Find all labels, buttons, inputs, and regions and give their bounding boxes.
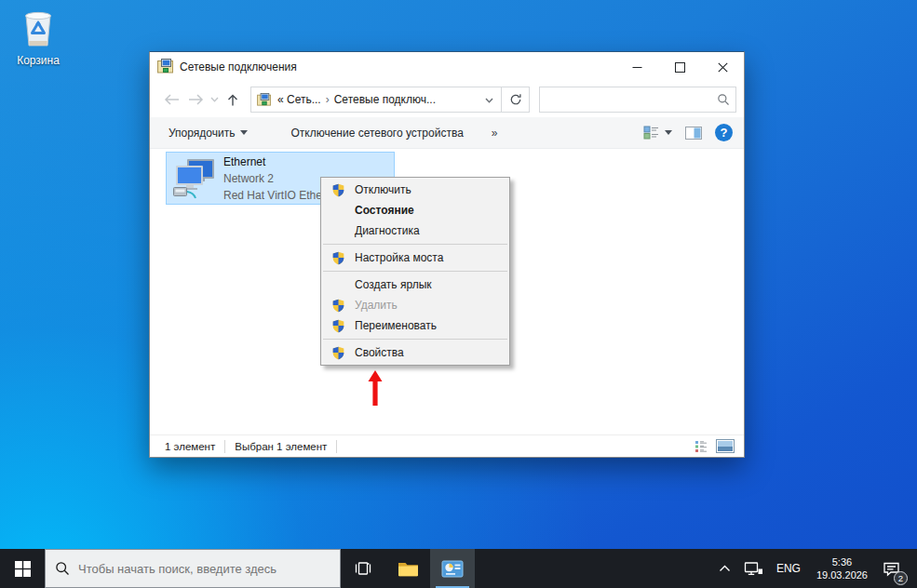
breadcrumb-current[interactable]: Сетевые подключ... bbox=[334, 93, 436, 106]
notification-badge: 2 bbox=[894, 571, 908, 585]
window-icon bbox=[157, 59, 174, 76]
start-button[interactable] bbox=[0, 549, 45, 588]
clock-time: 5:36 bbox=[816, 555, 868, 568]
menu-separator bbox=[323, 339, 507, 340]
task-view-button[interactable] bbox=[341, 549, 385, 588]
menu-icon-placeholder bbox=[327, 203, 349, 218]
tray-expand-chevron[interactable] bbox=[712, 549, 737, 588]
recycle-bin[interactable]: Корзина bbox=[7, 7, 69, 67]
menu-separator bbox=[323, 244, 507, 245]
uac-shield-icon bbox=[327, 318, 349, 333]
context-menu-item-label: Свойства bbox=[355, 346, 404, 359]
context-menu-item-label: Настройка моста bbox=[355, 251, 443, 264]
uac-shield-icon bbox=[327, 250, 349, 265]
context-menu-item-label: Создать ярлык bbox=[355, 278, 432, 291]
context-menu-item[interactable]: Отключить bbox=[321, 180, 509, 200]
network-connections-window: Сетевые подключения bbox=[149, 51, 745, 458]
menu-icon-placeholder bbox=[327, 223, 349, 238]
explorer-search-box[interactable] bbox=[539, 87, 736, 113]
refresh-button[interactable] bbox=[502, 87, 530, 113]
breadcrumb-separator: › bbox=[326, 93, 330, 106]
more-commands-label: » bbox=[492, 127, 498, 140]
taskbar-search-box[interactable] bbox=[45, 549, 341, 588]
search-icon bbox=[717, 93, 730, 106]
up-button[interactable] bbox=[221, 87, 245, 112]
view-options-button[interactable] bbox=[643, 126, 672, 140]
context-menu-item[interactable]: Состояние bbox=[321, 200, 509, 220]
recent-locations-chevron[interactable] bbox=[208, 87, 221, 112]
context-menu-item: Удалить bbox=[321, 295, 509, 315]
forward-button[interactable] bbox=[183, 87, 208, 112]
context-menu-item[interactable]: Диагностика bbox=[321, 220, 509, 241]
window-title: Сетевые подключения bbox=[180, 60, 297, 74]
chevron-down-icon bbox=[240, 130, 248, 135]
address-location-icon bbox=[257, 93, 272, 106]
context-menu-item-label: Диагностика bbox=[355, 224, 420, 237]
details-view-button[interactable] bbox=[694, 440, 708, 453]
items-count: 1 элемент bbox=[165, 441, 215, 452]
taskbar-search-input[interactable] bbox=[78, 562, 330, 576]
back-button[interactable] bbox=[159, 87, 183, 112]
menu-separator bbox=[323, 271, 507, 272]
title-bar[interactable]: Сетевые подключения bbox=[150, 52, 744, 82]
clock[interactable]: 5:36 19.03.2026 bbox=[807, 555, 877, 581]
organize-button[interactable]: Упорядочить bbox=[169, 127, 248, 140]
menu-icon-placeholder bbox=[327, 277, 349, 292]
disconnect-label: Отключение сетевого устройства bbox=[290, 127, 463, 140]
context-menu-item[interactable]: Настройка моста bbox=[321, 247, 509, 268]
action-center-button[interactable]: 2 bbox=[877, 549, 911, 588]
address-dropdown-chevron[interactable] bbox=[481, 93, 497, 106]
help-button[interactable]: ? bbox=[715, 124, 733, 141]
large-icons-view-button[interactable] bbox=[716, 439, 735, 453]
language-indicator[interactable]: ENG bbox=[770, 549, 807, 588]
address-bar[interactable]: « Сеть... › Сетевые подключ... bbox=[250, 87, 502, 113]
close-button[interactable] bbox=[701, 52, 744, 82]
minimize-button[interactable] bbox=[615, 52, 658, 82]
statusbar-divider bbox=[224, 440, 225, 453]
recycle-bin-label: Корзина bbox=[7, 54, 69, 67]
file-explorer-button[interactable] bbox=[385, 549, 430, 588]
uac-shield-icon bbox=[327, 182, 349, 197]
taskbar: ENG 5:36 19.03.2026 2 bbox=[0, 549, 917, 588]
uac-shield-icon bbox=[327, 345, 349, 360]
context-menu-item-label: Переименовать bbox=[355, 319, 437, 332]
system-tray: ENG 5:36 19.03.2026 2 bbox=[712, 549, 917, 588]
desktop: Корзина Сетевые подключения bbox=[0, 0, 917, 588]
context-menu: ОтключитьСостояниеДиагностикаНастройка м… bbox=[320, 177, 510, 366]
context-menu-item[interactable]: Свойства bbox=[321, 342, 509, 363]
search-icon bbox=[55, 561, 70, 576]
maximize-button[interactable] bbox=[658, 52, 701, 82]
language-label: ENG bbox=[776, 562, 801, 575]
connection-name: Ethernet bbox=[223, 154, 332, 170]
connection-network: Network 2 bbox=[223, 170, 332, 187]
more-commands-button[interactable]: » bbox=[492, 127, 498, 140]
annotation-arrow bbox=[362, 370, 388, 408]
context-menu-item-label: Удалить bbox=[355, 299, 398, 312]
chevron-down-icon bbox=[665, 130, 672, 135]
network-connections-taskbar-button[interactable] bbox=[430, 549, 475, 588]
navigation-bar: « Сеть... › Сетевые подключ... bbox=[150, 82, 744, 117]
command-bar: Упорядочить Отключение сетевого устройст… bbox=[150, 117, 744, 149]
network-tray-icon[interactable] bbox=[737, 549, 770, 588]
caption-buttons bbox=[615, 52, 744, 82]
folder-content: Ethernet Network 2 Red Hat VirtIO Ethern… bbox=[150, 149, 744, 434]
clock-date: 19.03.2026 bbox=[816, 568, 868, 581]
preview-pane-button[interactable] bbox=[685, 127, 702, 140]
ethernet-adapter-icon bbox=[171, 158, 216, 199]
context-menu-item-label: Состояние bbox=[355, 204, 414, 217]
explorer-search-input[interactable] bbox=[546, 93, 717, 106]
selected-count: Выбран 1 элемент bbox=[235, 441, 327, 452]
recycle-bin-icon bbox=[7, 7, 69, 51]
context-menu-item-label: Отключить bbox=[355, 183, 411, 196]
context-menu-item[interactable]: Создать ярлык bbox=[321, 274, 509, 295]
organize-label: Упорядочить bbox=[169, 127, 235, 140]
uac-shield-icon bbox=[327, 298, 349, 313]
disconnect-device-button[interactable]: Отключение сетевого устройства bbox=[290, 127, 463, 140]
status-bar: 1 элемент Выбран 1 элемент bbox=[150, 434, 744, 457]
breadcrumb-root[interactable]: « Сеть... bbox=[277, 93, 321, 106]
context-menu-item[interactable]: Переименовать bbox=[321, 315, 509, 336]
statusbar-divider bbox=[336, 440, 337, 453]
connection-adapter: Red Hat VirtIO Ethern bbox=[223, 187, 332, 204]
